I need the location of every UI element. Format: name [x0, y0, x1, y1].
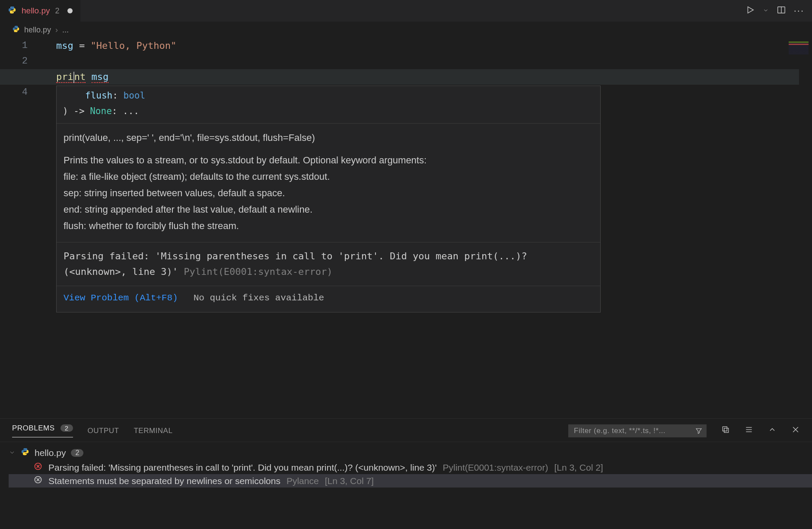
problems-file-row[interactable]: hello.py 2	[9, 445, 812, 461]
param-name: flush	[85, 90, 112, 101]
token-space	[86, 71, 91, 82]
doc-line: file: a file-like object (stream); defau…	[64, 169, 593, 185]
error-icon	[34, 462, 42, 473]
no-quick-fix-label: No quick fixes available	[194, 290, 324, 306]
error-outline-icon	[34, 475, 42, 486]
doc-signature: print(value, ..., sep=' ', end='\n', fil…	[64, 130, 593, 146]
token-operator: =	[73, 40, 91, 51]
problems-filter-input[interactable]: Filter (e.g. text, **/*.ts, !*...	[568, 424, 707, 437]
param-type: bool	[124, 90, 146, 101]
panel-tab-output[interactable]: OUTPUT	[88, 427, 119, 435]
line-number: 4	[0, 85, 28, 100]
tab-filename: hello.py	[22, 6, 50, 16]
hover-footer: View Problem (Alt+F8) No quick fixes ava…	[57, 286, 600, 312]
sig-return-type: None	[90, 106, 112, 116]
tab-bar: hello.py 2 ···	[0, 0, 812, 22]
line-number: 1	[0, 38, 28, 54]
doc-line: sep: string inserted between values, def…	[64, 185, 593, 201]
tab-label: PROBLEMS	[12, 424, 54, 432]
svg-rect-5	[724, 428, 729, 433]
svg-point-0	[10, 7, 11, 8]
token-function-error: print	[56, 71, 86, 83]
breadcrumb[interactable]: hello.py › ...	[0, 22, 812, 38]
problem-location: [Ln 3, Col 2]	[554, 462, 603, 473]
token-variable-error: msg	[92, 71, 109, 83]
split-editor-icon[interactable]	[777, 5, 786, 17]
panel-close-icon[interactable]	[791, 425, 800, 436]
problem-item[interactable]: Parsing failed: 'Missing parentheses in …	[9, 461, 812, 474]
hover-signature: flush: bool ) -> None: ...	[57, 86, 600, 123]
text-cursor	[73, 72, 74, 83]
view-problem-link[interactable]: View Problem (Alt+F8)	[64, 290, 178, 306]
view-as-tree-icon[interactable]	[745, 425, 753, 436]
breadcrumb-file: hello.py	[24, 25, 51, 35]
bottom-panel: PROBLEMS 2 OUTPUT TERMINAL Filter (e.g. …	[0, 418, 812, 529]
editor-tab-hello[interactable]: hello.py 2	[0, 0, 80, 22]
line-number: 2	[0, 54, 28, 69]
token-variable: msg	[56, 40, 73, 51]
chevron-right-icon: ›	[55, 25, 58, 35]
problem-location: [Ln 3, Col 7]	[325, 476, 374, 486]
code-editor[interactable]: 1 2 3 4 msg = "Hello, Python" print msg …	[0, 38, 812, 418]
panel-tab-bar: PROBLEMS 2 OUTPUT TERMINAL Filter (e.g. …	[0, 419, 812, 442]
breadcrumb-scope: ...	[62, 25, 69, 35]
code-content[interactable]: msg = "Hello, Python" print msg	[56, 38, 799, 85]
problems-file-count: 2	[71, 449, 83, 457]
token-string: "Hello, Python"	[91, 40, 177, 51]
hover-error: Parsing failed: 'Missing parentheses in …	[57, 242, 600, 286]
filter-placeholder: Filter (e.g. text, **/*.ts, !*...	[574, 427, 666, 435]
python-icon	[8, 6, 16, 16]
run-icon[interactable]	[745, 5, 755, 17]
doc-line: Prints the values to a stream, or to sys…	[64, 152, 593, 169]
doc-line: end: string appended after the last valu…	[64, 201, 593, 218]
problem-item[interactable]: Statements must be separated by newlines…	[9, 474, 812, 488]
problems-file-name: hello.py	[35, 448, 66, 458]
sig-return-arrow: ) ->	[63, 106, 90, 116]
tab-problem-count: 2	[55, 6, 60, 16]
panel-tab-terminal[interactable]: TERMINAL	[134, 427, 172, 435]
problems-list: hello.py 2 Parsing failed: 'Missing pare…	[0, 442, 812, 488]
svg-point-1	[13, 12, 14, 13]
collapse-all-icon[interactable]	[721, 425, 730, 436]
sig-tail: : ...	[112, 106, 139, 116]
hover-widget: flush: bool ) -> None: ... print(value, …	[56, 86, 601, 312]
doc-line: flush: whether to forcibly flush the str…	[64, 218, 593, 234]
python-icon	[12, 25, 20, 35]
dirty-indicator-icon	[67, 8, 73, 13]
problem-message: Statements must be separated by newlines…	[48, 476, 280, 486]
problem-source: Pylint(E0001:syntax-error)	[443, 462, 548, 473]
problems-count-badge: 2	[61, 424, 73, 432]
svg-rect-4	[723, 427, 727, 431]
problem-source: Pylance	[287, 476, 319, 486]
more-actions-icon[interactable]: ···	[794, 5, 804, 16]
minimap[interactable]	[789, 41, 809, 54]
python-icon	[21, 447, 29, 458]
panel-tab-problems[interactable]: PROBLEMS 2	[12, 424, 73, 437]
twistie-down-icon[interactable]	[9, 448, 16, 458]
hover-documentation: print(value, ..., sep=' ', end='\n', fil…	[57, 123, 600, 242]
panel-chevron-up-icon[interactable]	[768, 425, 777, 436]
tab-actions: ···	[745, 5, 812, 17]
error-source: Pylint(E0001:syntax-error)	[184, 266, 332, 277]
run-dropdown-icon[interactable]	[763, 6, 769, 16]
filter-icon	[695, 427, 703, 435]
problem-message: Parsing failed: 'Missing parentheses in …	[48, 462, 436, 473]
